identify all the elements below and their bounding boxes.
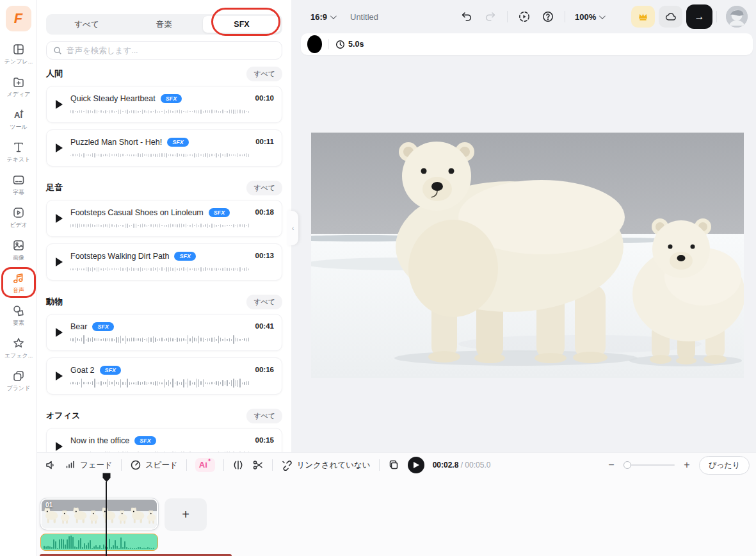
- play-button[interactable]: [408, 457, 424, 473]
- sound-item[interactable]: Now in the officeSFX00:15: [46, 428, 282, 452]
- section-all-button[interactable]: すべて: [246, 181, 282, 195]
- video-clip[interactable]: 01: [40, 498, 158, 530]
- speed-button[interactable]: スピード: [130, 459, 178, 471]
- waveform: [70, 379, 249, 388]
- sound-title: Puzzled Man Short - Heh!: [70, 138, 162, 147]
- sidebar-item-video[interactable]: ビデオ: [0, 201, 37, 234]
- timeline-zoom-out-button[interactable]: −: [607, 459, 616, 471]
- section-all-button[interactable]: すべて: [246, 67, 282, 81]
- scene-duration-button[interactable]: 5.0s: [335, 40, 364, 49]
- topbar: 16:9 Untitled 100%: [291, 0, 756, 33]
- sound-duration: 00:15: [255, 429, 274, 444]
- play-icon[interactable]: [56, 328, 63, 337]
- play-icon[interactable]: [56, 100, 63, 109]
- tab-all[interactable]: すべて: [48, 16, 125, 33]
- play-icon[interactable]: [56, 143, 63, 152]
- divider: [565, 11, 565, 22]
- sidebar-item-label: テキスト: [7, 156, 31, 164]
- sound-duration: 00:10: [255, 86, 274, 102]
- timeline-area: フェード スピード Ai✦ リンクされていない: [37, 452, 756, 556]
- app-logo[interactable]: F: [6, 6, 31, 31]
- audio-tab-bar: すべて 音楽 SFX: [46, 14, 282, 35]
- chevron-down-icon: [330, 13, 337, 19]
- tab-music[interactable]: 音楽: [125, 16, 203, 33]
- cloud-save-button[interactable]: [659, 6, 682, 28]
- preview-canvas[interactable]: [311, 133, 744, 378]
- play-icon[interactable]: [56, 372, 63, 380]
- broken-link-icon: [281, 459, 293, 471]
- background-color-swatch[interactable]: [307, 35, 322, 53]
- tab-sfx[interactable]: SFX: [203, 16, 280, 33]
- zoom-slider-handle[interactable]: [623, 461, 631, 469]
- split-button[interactable]: [232, 459, 244, 471]
- split-icon: [232, 459, 244, 471]
- audio-clip[interactable]: [40, 534, 158, 551]
- play-icon[interactable]: [56, 258, 63, 266]
- section-all-button[interactable]: すべて: [246, 295, 282, 309]
- timeline-zoom-in-button[interactable]: +: [682, 459, 691, 471]
- sound-item[interactable]: Quick Steady HeartbeatSFX00:10: [46, 86, 282, 123]
- undo-button[interactable]: [460, 10, 474, 24]
- section-all-button[interactable]: すべて: [246, 409, 282, 423]
- fit-timeline-button[interactable]: ぴったり: [699, 456, 750, 475]
- play-icon[interactable]: [56, 442, 63, 451]
- user-avatar[interactable]: [726, 6, 748, 28]
- sound-item[interactable]: Goat 2SFX00:16: [46, 357, 282, 395]
- sidebar-item-effects[interactable]: エフェク...: [0, 332, 37, 364]
- divider: [328, 39, 329, 49]
- ai-tools-button[interactable]: Ai✦: [195, 458, 216, 471]
- unlink-button[interactable]: リンクされていない: [281, 459, 370, 471]
- sidebar-item-label: メディア: [7, 90, 31, 99]
- export-button[interactable]: →: [686, 4, 712, 29]
- sound-item[interactable]: Puzzled Man Short - Heh!SFX00:11: [46, 129, 282, 167]
- sidebar-item-subtitle[interactable]: 字幕: [0, 168, 37, 201]
- sidebar-item-ai-tools[interactable]: Aiツール: [0, 103, 37, 136]
- redo-button[interactable]: [483, 10, 497, 24]
- panel-collapse-handle[interactable]: ‹: [287, 211, 298, 245]
- zoom-level-select[interactable]: 100%: [575, 12, 604, 22]
- fade-button[interactable]: フェード: [65, 459, 113, 471]
- sound-item[interactable]: Footsteps Walking Dirt PathSFX00:13: [46, 243, 282, 281]
- add-scene-button[interactable]: +: [165, 498, 207, 531]
- timeline-zoom-slider[interactable]: [623, 464, 675, 466]
- help-button[interactable]: [541, 10, 555, 24]
- sound-item[interactable]: BearSFX00:41: [46, 314, 282, 351]
- project-title[interactable]: Untitled: [350, 12, 378, 22]
- sidebar-item-elements[interactable]: 要素: [0, 299, 37, 332]
- sidebar-item-text[interactable]: テキスト: [0, 136, 37, 168]
- chevron-down-icon: [599, 13, 606, 19]
- playhead-handle[interactable]: [102, 473, 111, 482]
- speaker-icon: [45, 459, 56, 471]
- sound-title: Quick Steady Heartbeat: [70, 94, 156, 103]
- divider: [272, 459, 273, 471]
- sidebar-item-label: 要素: [13, 319, 24, 327]
- sidebar-item-label: 字幕: [13, 188, 24, 197]
- sound-duration: 00:18: [255, 200, 274, 216]
- sound-duration: 00:11: [255, 130, 274, 145]
- trim-button[interactable]: [252, 459, 264, 471]
- waveform: [70, 151, 249, 159]
- sfx-section: オフィスすべてNow in the officeSFX00:15: [46, 410, 282, 452]
- sfx-badge: SFX: [167, 138, 189, 147]
- sidebar-item-template[interactable]: テンプレ...: [0, 38, 37, 70]
- sidebar-item-brand[interactable]: ブランド: [0, 364, 37, 397]
- video-editor-app: F テンプレ...メディアAiツールテキスト字幕ビデオ画像音声要素エフェク...…: [0, 0, 756, 556]
- preview-button[interactable]: [517, 10, 531, 24]
- volume-button[interactable]: [45, 459, 56, 471]
- sidebar-item-audio[interactable]: 音声: [0, 266, 37, 299]
- search-input[interactable]: [67, 46, 275, 55]
- brand-icon: [12, 370, 25, 382]
- duplicate-button[interactable]: [388, 459, 399, 471]
- sfx-section: 足音すべてFootsteps Casual Shoes on LinoleumS…: [46, 182, 282, 281]
- sound-item[interactable]: Footsteps Casual Shoes on LinoleumSFX00:…: [46, 200, 282, 237]
- aspect-ratio-select[interactable]: 16:9: [310, 12, 335, 22]
- sidebar-item-media[interactable]: メディア: [0, 70, 37, 103]
- divider: [186, 459, 187, 471]
- play-icon[interactable]: [56, 214, 63, 223]
- sidebar-item-image[interactable]: 画像: [0, 234, 37, 266]
- sound-duration: 00:13: [255, 244, 274, 259]
- sidebar-item-label: エフェク...: [4, 352, 33, 360]
- upgrade-button[interactable]: [631, 6, 655, 28]
- divider: [223, 459, 224, 471]
- crown-icon: [637, 11, 649, 22]
